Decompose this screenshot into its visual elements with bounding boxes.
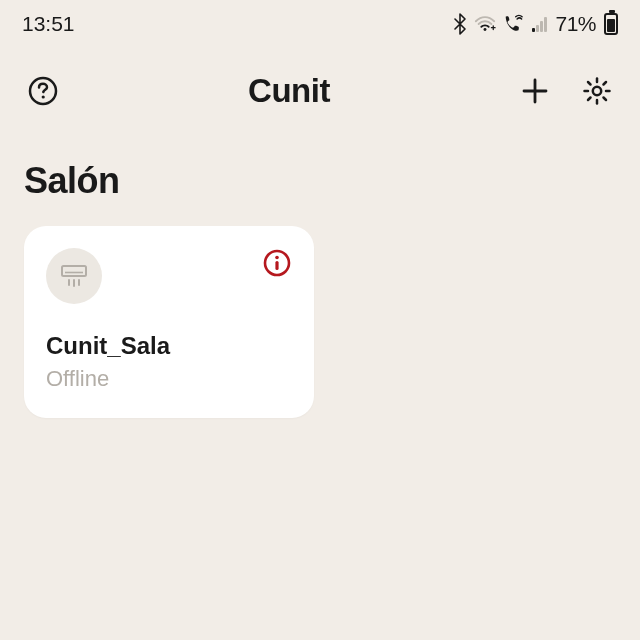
svg-point-0 xyxy=(484,28,487,31)
add-button[interactable] xyxy=(518,74,552,108)
app-header: Cunit xyxy=(0,44,640,130)
help-icon xyxy=(27,75,59,107)
gear-icon xyxy=(581,75,613,107)
clock: 13:51 xyxy=(22,12,75,36)
device-alert-button[interactable] xyxy=(262,248,292,278)
svg-point-3 xyxy=(593,87,601,95)
help-button[interactable] xyxy=(26,74,60,108)
battery-percentage: 71% xyxy=(555,12,596,36)
device-name: Cunit_Sala xyxy=(46,332,292,360)
settings-button[interactable] xyxy=(580,74,614,108)
room-title: Salón xyxy=(24,160,616,202)
device-icon-container xyxy=(46,248,102,304)
room-section: Salón Cunit_Sala Offline xyxy=(0,130,640,418)
plus-icon xyxy=(520,76,550,106)
status-bar: 13:51 71% xyxy=(0,0,640,44)
battery-icon xyxy=(604,13,618,35)
svg-rect-4 xyxy=(62,266,86,276)
wifi-icon xyxy=(474,15,496,33)
svg-rect-11 xyxy=(275,261,278,270)
device-card[interactable]: Cunit_Sala Offline xyxy=(24,226,314,418)
ac-unit-icon xyxy=(59,263,89,289)
bluetooth-icon xyxy=(452,13,468,35)
status-icons: 71% xyxy=(452,12,618,36)
wifi-calling-icon xyxy=(502,14,524,34)
info-alert-icon xyxy=(262,248,292,278)
page-title: Cunit xyxy=(60,72,518,110)
svg-point-10 xyxy=(275,256,279,260)
cellular-signal-icon xyxy=(532,16,547,32)
svg-point-2 xyxy=(42,95,45,98)
device-status: Offline xyxy=(46,366,292,392)
